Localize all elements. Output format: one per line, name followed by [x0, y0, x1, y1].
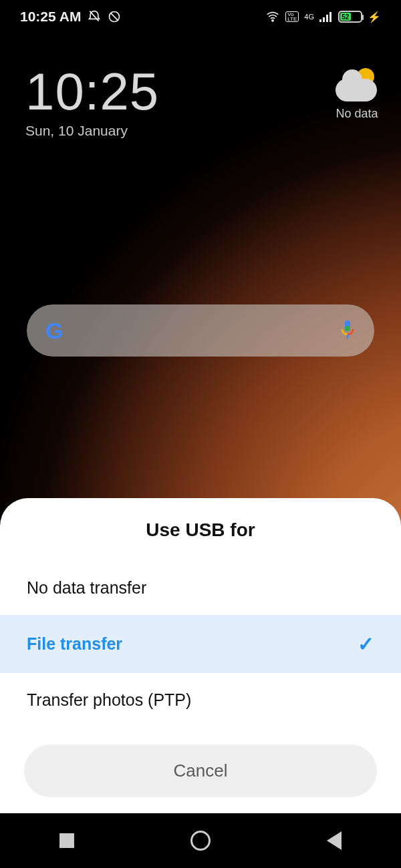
google-logo-icon: G — [45, 318, 63, 344]
svg-rect-6 — [326, 15, 328, 22]
svg-rect-7 — [329, 12, 331, 22]
weather-label: No data — [336, 107, 378, 121]
volte-icon: VoLTE — [285, 11, 299, 22]
cancel-label: Cancel — [174, 761, 228, 781]
network-label: 4G — [304, 13, 314, 21]
svg-line-2 — [111, 13, 119, 21]
mute-icon — [88, 10, 101, 23]
mic-icon[interactable] — [340, 320, 356, 341]
square-icon — [59, 833, 74, 848]
lock-time: 10:25 — [25, 65, 159, 118]
triangle-icon — [327, 831, 342, 850]
weather-widget[interactable]: No data — [336, 68, 378, 121]
dnd-icon — [108, 10, 121, 23]
svg-rect-4 — [319, 19, 321, 22]
usb-option-ptp[interactable]: Transfer photos (PTP) — [0, 673, 401, 727]
home-screen: 10:25 AM VoLTE 4G 52 ⚡ 10:25 Sun, 10 Jan… — [0, 0, 401, 868]
signal-icon — [319, 11, 333, 22]
status-bar: 10:25 AM VoLTE 4G 52 ⚡ — [0, 0, 401, 33]
weather-cloud-icon — [336, 68, 378, 101]
lock-clock-widget: 10:25 Sun, 10 January — [25, 65, 159, 139]
cancel-button[interactable]: Cancel — [24, 744, 377, 797]
svg-rect-5 — [323, 17, 325, 22]
back-button[interactable] — [323, 829, 346, 852]
wifi-icon — [265, 10, 280, 23]
option-label: Transfer photos (PTP) — [27, 690, 191, 710]
charging-icon: ⚡ — [368, 11, 381, 23]
sheet-title: Use USB for — [0, 519, 401, 541]
circle-icon — [190, 831, 211, 851]
svg-point-3 — [272, 20, 273, 21]
nav-bar — [0, 813, 401, 868]
battery-icon: 52 — [338, 11, 362, 23]
battery-level: 52 — [340, 13, 351, 21]
option-label: No data transfer — [27, 578, 146, 598]
google-search-bar[interactable]: G — [27, 304, 374, 357]
usb-option-file-transfer[interactable]: File transfer ✓ — [0, 615, 401, 673]
option-label: File transfer — [27, 634, 122, 654]
lock-date: Sun, 10 January — [25, 123, 159, 139]
home-button[interactable] — [189, 829, 212, 852]
check-icon: ✓ — [358, 632, 374, 656]
status-time: 10:25 AM — [20, 9, 81, 25]
usb-mode-sheet: Use USB for No data transfer File transf… — [0, 498, 401, 813]
usb-option-no-data[interactable]: No data transfer — [0, 561, 401, 615]
svg-rect-9 — [345, 326, 350, 331]
recents-button[interactable] — [55, 829, 78, 852]
